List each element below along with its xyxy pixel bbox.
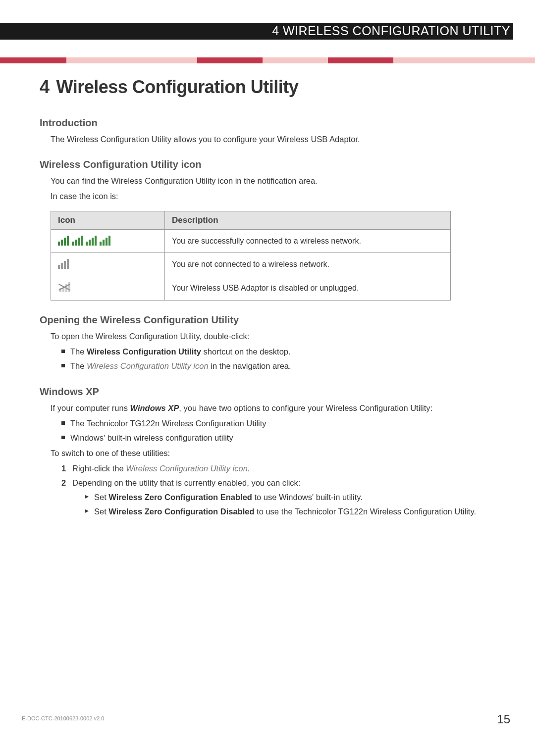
desc-disabled: Your Wireless USB Adaptor is disabled or…	[165, 276, 451, 301]
text: If your computer runs	[51, 403, 130, 412]
text: shortcut on the desktop.	[201, 347, 291, 356]
chapter-number: 4	[40, 77, 50, 97]
winxp-body: If your computer runs Windows XP, you ha…	[51, 403, 510, 414]
text-bold: Wireless Zero Configuration Enabled	[108, 493, 252, 502]
text: Set	[94, 507, 108, 516]
winxp-switch-body: To switch to one of these utilities:	[51, 448, 510, 459]
list-item: The Wireless Configuration Utility short…	[61, 346, 510, 357]
list-item: The Technicolor TG122n Wireless Configur…	[61, 418, 510, 429]
list-item: The Wireless Configuration Utility icon …	[61, 360, 510, 372]
opening-body: To open the Wireless Configuration Utili…	[51, 331, 510, 342]
substep-item: Set Wireless Zero Configuration Enabled …	[85, 492, 510, 503]
desc-connected: You are successfully connected to a wire…	[165, 230, 451, 253]
signal-disabled-icon	[58, 281, 71, 293]
section-heading-icon: Wireless Configuration Utility icon	[40, 159, 510, 170]
text-italic-link: Wireless Configuration Utility icon	[126, 464, 248, 473]
running-header: 4 WIRELESS CONFIGURATION UTILITY	[272, 24, 510, 38]
page-number: 15	[497, 712, 510, 726]
text: Depending on the utility that is current…	[72, 478, 300, 487]
section-heading-intro: Introduction	[40, 117, 510, 129]
text-italic-link: Wireless Configuration Utility icon	[87, 361, 209, 370]
icon-status-table: Icon Description You are successfully co…	[51, 211, 451, 301]
table-header-icon: Icon	[51, 211, 165, 230]
list-item: Windows' built-in wireless configuration…	[61, 432, 510, 444]
tab-segment	[66, 57, 132, 63]
text-bold: Wireless Configuration Utility	[87, 347, 201, 356]
text: .	[248, 464, 250, 473]
tab-segment	[263, 57, 328, 63]
icon-disabled-cell	[51, 276, 165, 301]
tab-segment	[328, 57, 393, 63]
winxp-substeps: Set Wireless Zero Configuration Enabled …	[85, 492, 510, 517]
text: to use Windows' built-in utility.	[252, 493, 363, 502]
tab-segment	[393, 57, 535, 63]
text-bold: Windows XP	[130, 403, 179, 412]
tab-segment	[132, 57, 197, 63]
winxp-steps: Right-click the Wireless Configuration U…	[61, 463, 510, 517]
section-heading-winxp: Windows XP	[40, 386, 510, 398]
text-bold: Wireless Zero Configuration Disabled	[108, 507, 254, 516]
substep-item: Set Wireless Zero Configuration Disabled…	[85, 506, 510, 517]
text: The	[70, 347, 87, 356]
icon-disconnected-cell	[51, 253, 165, 276]
table-row: You are successfully connected to a wire…	[51, 230, 451, 253]
icon-connected-cell	[51, 230, 165, 253]
signal-disconnected-icon	[58, 258, 69, 269]
step-item: Depending on the utility that is current…	[61, 477, 510, 517]
icon-body-1: You can find the Wireless Configuration …	[51, 175, 510, 187]
text: , you have two options to configure your…	[179, 403, 432, 412]
step-item: Right-click the Wireless Configuration U…	[61, 463, 510, 474]
chapter-name: Wireless Configuration Utility	[56, 77, 299, 97]
text: Right-click the	[72, 464, 126, 473]
text: in the navigation area.	[209, 361, 291, 370]
desc-disconnected: You are not connected to a wireless netw…	[165, 253, 451, 276]
table-header-description: Description	[165, 211, 451, 230]
winxp-options-list: The Technicolor TG122n Wireless Configur…	[61, 418, 510, 444]
text: Set	[94, 493, 108, 502]
page-content: 4Wireless Configuration Utility Introduc…	[40, 77, 510, 520]
icon-body-2: In case the icon is:	[51, 191, 510, 202]
tab-segment	[0, 57, 66, 63]
text: to use the Technicolor TG122n Wireless C…	[255, 507, 477, 516]
table-row: Your Wireless USB Adaptor is disabled or…	[51, 276, 451, 301]
intro-body: The Wireless Configuration Utility allow…	[51, 134, 510, 145]
footer-doc-id: E-DOC-CTC-20100623-0002 v2.0	[22, 715, 104, 721]
table-row: You are not connected to a wireless netw…	[51, 253, 451, 276]
chapter-title: 4Wireless Configuration Utility	[40, 77, 510, 98]
text: The	[70, 361, 87, 370]
tab-strip	[0, 57, 535, 63]
tab-segment	[197, 57, 263, 63]
opening-list: The Wireless Configuration Utility short…	[61, 346, 510, 372]
section-heading-opening: Opening the Wireless Configuration Utili…	[40, 314, 510, 326]
signal-connected-icon	[58, 235, 110, 246]
